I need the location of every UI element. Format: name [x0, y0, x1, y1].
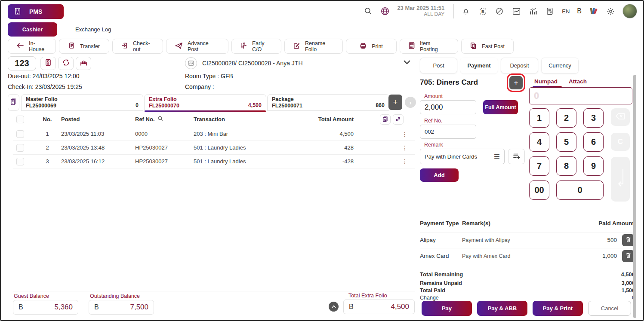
check-out-label: Check-out	[133, 40, 154, 52]
numpad-enter-key[interactable]	[611, 157, 630, 202]
numpad-key-5[interactable]: 5	[556, 132, 576, 152]
tab-attach[interactable]: Attach	[569, 78, 587, 85]
transaction-row[interactable]: 2 23/03/2025 13:48 HP25030027 501 : Laun…	[13, 141, 415, 155]
numpad-display[interactable]: 0	[529, 87, 632, 104]
row-checkbox[interactable]	[16, 158, 24, 165]
advance-post-button[interactable]: Advance Post	[166, 39, 228, 54]
tab-exchange-log[interactable]: Exchange Log	[75, 26, 111, 33]
collapse-panel-button[interactable]	[329, 302, 339, 312]
item-posting-button[interactable]: Item Posting	[400, 39, 458, 54]
tab-cashier[interactable]: Cashier	[8, 22, 57, 37]
pay-button[interactable]: Pay	[422, 301, 472, 316]
numpad-key-1[interactable]: 1	[529, 108, 549, 128]
room-number-box[interactable]: 123	[8, 56, 36, 70]
fast-post-button[interactable]: Fast Post	[461, 39, 514, 54]
row-actions-kebab-icon[interactable]: ⋮	[354, 144, 415, 151]
full-amount-button[interactable]: Full Amount	[483, 100, 518, 114]
theme-palette-icon[interactable]	[589, 6, 598, 16]
block-icon[interactable]	[495, 6, 504, 16]
select-all-checkbox[interactable]	[16, 116, 24, 123]
tab-currency[interactable]: Currency	[541, 58, 579, 73]
cancel-button[interactable]: Cancel	[588, 301, 631, 316]
folio-tab-master[interactable]: Master Folio FL25000069 0	[21, 94, 143, 111]
numpad-backspace-key[interactable]	[611, 108, 630, 126]
add-payment-method-button[interactable]: +	[509, 76, 523, 89]
folio-scroll-next-button[interactable]: ›	[405, 97, 416, 108]
report-document-icon[interactable]	[545, 6, 555, 16]
add-folio-button[interactable]: +	[388, 95, 402, 110]
add-payment-button[interactable]: Add	[420, 168, 459, 182]
language-selector[interactable]: EN	[562, 8, 570, 15]
delete-payment-button[interactable]	[622, 250, 634, 262]
pay-print-button[interactable]: Pay & Print	[533, 301, 583, 316]
tab-currency-label: Currency	[548, 62, 571, 69]
full-amount-label: Full Amount	[485, 104, 516, 110]
early-checkout-button[interactable]: Early C/O	[231, 39, 281, 54]
line-chart-icon[interactable]	[512, 6, 521, 16]
bar-chart-icon[interactable]	[528, 6, 538, 16]
tab-deposit[interactable]: Deposit	[501, 58, 538, 73]
currency-exchange-icon[interactable]: B	[478, 6, 487, 16]
transaction-row[interactable]: 1 23/03/2025 11:03 0000 203 : Mini Bar 4…	[13, 127, 415, 141]
tx-ref: HP25030027	[135, 158, 194, 165]
expand-table-button[interactable]	[393, 114, 404, 125]
user-avatar[interactable]	[622, 4, 637, 18]
in-house-button[interactable]: In-House	[8, 39, 56, 54]
numpad-key-00[interactable]: 00	[529, 180, 549, 200]
remark-menu-icon[interactable]: ☰	[494, 153, 500, 161]
search-icon[interactable]	[364, 6, 373, 16]
copy-search-button[interactable]	[380, 114, 391, 125]
refresh-status-button[interactable]	[58, 57, 74, 70]
currency-selector[interactable]: B	[577, 7, 582, 15]
tab-payment[interactable]: Payment	[460, 58, 498, 73]
col-transaction: Transaction	[194, 116, 309, 122]
folio-list-button[interactable]	[8, 94, 19, 111]
rename-folio-button[interactable]: Rename Folio	[284, 39, 343, 54]
tab-post[interactable]: Post	[420, 58, 457, 73]
guest-summary[interactable]: CI25000028/ CI25000028 - Anya JTH	[185, 57, 303, 69]
pay-abb-button[interactable]: Pay & ABB	[477, 301, 527, 316]
delete-payment-button[interactable]	[622, 234, 634, 246]
room-number: 123	[15, 58, 29, 68]
transfer-button[interactable]: Transfer	[59, 39, 109, 54]
numpad-key-3[interactable]: 3	[583, 108, 604, 128]
room-bed-button[interactable]	[76, 57, 91, 70]
globe-icon[interactable]	[380, 6, 390, 16]
row-checkbox[interactable]	[16, 144, 24, 152]
numpad-key-2[interactable]: 2	[556, 108, 576, 128]
paper-plane-icon	[175, 43, 182, 50]
row-actions-kebab-icon[interactable]: ⋮	[354, 131, 415, 138]
tab-numpad[interactable]: Numpad	[534, 78, 558, 85]
amount-input[interactable]: 2,000	[420, 100, 476, 114]
key-card-button[interactable]	[40, 57, 56, 70]
numpad-key-0[interactable]: 0	[556, 180, 604, 200]
transactions-table: No. Posted Ref No. Transaction Total Amo…	[13, 112, 415, 291]
check-out-button[interactable]: Check-out	[112, 39, 163, 54]
row-checkbox[interactable]	[16, 130, 24, 138]
remark-value: Pay with Diner Cards	[425, 153, 477, 160]
transaction-row[interactable]: 3 23/03/2025 16:12 HP25030027 501 : Laun…	[13, 155, 415, 168]
pms-logo[interactable]: PMS	[8, 4, 64, 19]
chevron-down-icon[interactable]	[404, 58, 410, 66]
numpad-key-4[interactable]: 4	[529, 132, 549, 152]
row-actions-kebab-icon[interactable]: ⋮	[354, 158, 415, 165]
remark-template-add-button[interactable]	[508, 149, 525, 164]
settings-gear-icon[interactable]	[606, 6, 615, 16]
numpad-key-8[interactable]: 8	[556, 156, 576, 176]
panel-scrollbar[interactable]	[633, 75, 636, 318]
notifications-bell-icon[interactable]	[461, 6, 471, 16]
folio-tab-extra[interactable]: Extra Folio FL25000070 4,500	[144, 94, 266, 111]
enter-icon	[616, 168, 625, 191]
numpad-key-7[interactable]: 7	[529, 156, 549, 176]
paid-amount: 1,000	[582, 253, 617, 259]
numpad-clear-key[interactable]: C	[611, 133, 630, 151]
print-button[interactable]: Print	[346, 39, 397, 54]
folio-tab-package[interactable]: Package FL25000071 860	[267, 94, 389, 111]
folio-amount: 4,500	[248, 102, 262, 108]
ref-no-input[interactable]: 002	[420, 125, 476, 139]
paid-row: Alipay Payment with Alipay 500	[420, 232, 634, 248]
remark-input[interactable]: Pay with Diner Cards ☰	[420, 149, 505, 164]
numpad-key-9[interactable]: 9	[583, 156, 604, 176]
numpad-key-6[interactable]: 6	[583, 132, 604, 152]
ref-search-icon[interactable]	[157, 116, 163, 123]
